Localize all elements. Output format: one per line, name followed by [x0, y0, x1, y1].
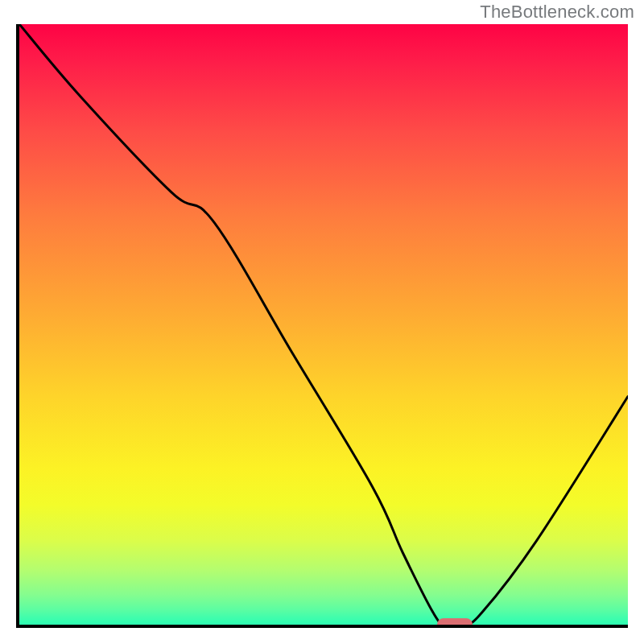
- bottleneck-chart: TheBottleneck.com: [0, 0, 644, 644]
- plot-area: [16, 24, 628, 628]
- bottleneck-curve-line: [19, 24, 628, 625]
- watermark-text: TheBottleneck.com: [480, 2, 634, 23]
- optimal-marker-icon: [437, 618, 473, 628]
